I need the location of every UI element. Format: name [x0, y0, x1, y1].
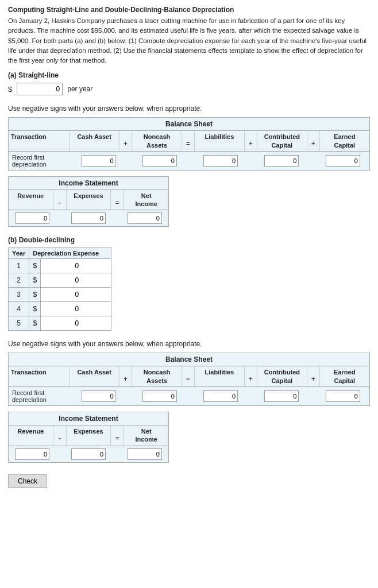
- dd-row-3: 3 $: [9, 288, 111, 302]
- dd-year-1: 1: [9, 259, 29, 273]
- income-statement-1: Income Statement Revenue - Expenses = Ne…: [8, 176, 169, 227]
- problem-text: On January 2, Haskins Company purchases …: [8, 16, 370, 65]
- bs2-row1-noncash[interactable]: [134, 390, 186, 402]
- dd-row-5: 5 $: [9, 316, 111, 331]
- is2-op-minus: -: [53, 425, 67, 446]
- is2-col-revenue: Revenue: [9, 425, 53, 446]
- bs2-liabilities-input[interactable]: [203, 390, 238, 402]
- bs2-col-cash: Cash Asset: [70, 366, 119, 386]
- dd-row-4: 4 $: [9, 302, 111, 316]
- dd-input-cell-3[interactable]: [41, 288, 111, 302]
- is2-col-netincome: NetIncome: [124, 425, 168, 446]
- dd-input-cell-5[interactable]: [41, 316, 111, 331]
- double-declining-table: Year Depreciation Expense 1 $ 2 $ 3 $ 4 …: [8, 247, 111, 331]
- dd-input-cell-4[interactable]: [41, 302, 111, 316]
- is2-netincome-input[interactable]: [128, 448, 162, 460]
- balance-sheet-2: Balance Sheet Transaction Cash Asset + N…: [8, 353, 370, 406]
- is1-col-netincome: NetIncome: [124, 190, 168, 210]
- bs1-row1-liabilities[interactable]: [195, 155, 246, 167]
- is1-revenue-input[interactable]: [15, 212, 49, 224]
- bs1-op-plus3: +: [307, 131, 319, 151]
- bs1-title: Balance Sheet: [9, 118, 369, 131]
- bs1-row1-label: Record first depreciation: [10, 154, 73, 168]
- bs1-row1-earned[interactable]: [317, 155, 368, 167]
- bs1-row-1: Record first depreciation: [9, 152, 369, 170]
- negative-note-2: Use negative signs with your answers bel…: [8, 340, 370, 348]
- bs2-row-1: Record first depreciation: [9, 387, 369, 405]
- is1-netincome-input[interactable]: [128, 212, 162, 224]
- is1-col-expenses: Expenses: [67, 190, 111, 210]
- bs1-row1-contributed[interactable]: [256, 155, 307, 167]
- dd-input-1[interactable]: [44, 261, 79, 271]
- dd-year-5: 5: [9, 316, 29, 331]
- is2-row1-expenses[interactable]: [66, 448, 111, 460]
- dollar-sign-a: $: [8, 85, 12, 94]
- dd-row-2: 2 $: [9, 273, 111, 288]
- dd-dollar-5: $: [29, 316, 41, 331]
- is2-expenses-input[interactable]: [71, 448, 106, 460]
- bs2-op-plus1: +: [119, 366, 132, 386]
- bs1-row1-noncash[interactable]: [134, 155, 186, 167]
- per-year-row: $ per year: [8, 83, 370, 95]
- bs1-col-liabilities: Liabilities: [195, 131, 245, 151]
- check-button[interactable]: Check: [8, 474, 47, 488]
- bs1-col-headers: Transaction Cash Asset + NoncashAssets =…: [9, 131, 369, 152]
- dd-input-cell-2[interactable]: [41, 273, 111, 288]
- bs2-col-noncash: Noncash Assets: [132, 366, 182, 386]
- dd-input-3[interactable]: [44, 289, 79, 300]
- dd-dollar-4: $: [29, 302, 41, 316]
- bs2-col-liabilities: Liabilities: [195, 366, 245, 386]
- is2-row1-netincome[interactable]: [122, 448, 167, 460]
- dd-dollar-1: $: [29, 259, 41, 273]
- bs2-earned-input[interactable]: [326, 390, 360, 402]
- bs2-op-plus2: +: [245, 366, 257, 386]
- is1-row1-netincome[interactable]: [122, 212, 167, 224]
- dd-input-2[interactable]: [44, 275, 79, 285]
- bs1-earned-input[interactable]: [326, 155, 360, 167]
- is1-row1-revenue[interactable]: [10, 212, 55, 224]
- bs1-op-equals: =: [182, 131, 194, 151]
- dd-input-4[interactable]: [44, 304, 79, 314]
- is2-op-equals: =: [111, 425, 124, 446]
- is2-revenue-input[interactable]: [15, 448, 49, 460]
- bs2-row1-earned[interactable]: [317, 390, 368, 402]
- bs1-op-plus1: +: [119, 131, 132, 151]
- bs1-liabilities-input[interactable]: [203, 155, 238, 167]
- dd-col-depr-expense: Depreciation Expense: [29, 248, 111, 259]
- dd-year-2: 2: [9, 273, 29, 288]
- is2-col-headers: Revenue - Expenses = NetIncome: [9, 425, 168, 446]
- bs1-noncash-input[interactable]: [142, 155, 177, 167]
- bs2-row1-liabilities[interactable]: [195, 390, 246, 402]
- is1-expenses-input[interactable]: [71, 212, 106, 224]
- bs2-noncash-input[interactable]: [142, 390, 177, 402]
- bs2-row1-cash[interactable]: [73, 390, 124, 402]
- dd-col-year: Year: [9, 248, 29, 259]
- negative-note-1: Use negative signs with your answers bel…: [8, 105, 370, 113]
- per-year-input[interactable]: [17, 83, 63, 95]
- bs2-cash-input[interactable]: [82, 390, 116, 402]
- bs2-row1-label: Record first depreciation: [10, 389, 73, 403]
- bs1-row1-cash[interactable]: [73, 155, 124, 167]
- bs1-cash-input[interactable]: [82, 155, 116, 167]
- bs2-contributed-input[interactable]: [264, 390, 299, 402]
- bs2-col-contributed: ContributedCapital: [257, 366, 307, 386]
- dd-input-cell-1[interactable]: [41, 259, 111, 273]
- bs2-row1-contributed[interactable]: [256, 390, 307, 402]
- bs1-contributed-input[interactable]: [264, 155, 299, 167]
- is1-col-revenue: Revenue: [9, 190, 53, 210]
- bs2-col-transaction: Transaction: [9, 366, 70, 386]
- dd-dollar-3: $: [29, 288, 41, 302]
- section-a-label: (a) Straight-line: [8, 71, 370, 79]
- per-year-label: per year: [67, 85, 92, 93]
- bs1-col-noncash: NoncashAssets: [132, 131, 182, 151]
- is2-title: Income Statement: [9, 412, 168, 425]
- is1-op-equals: =: [111, 190, 124, 210]
- dd-year-4: 4: [9, 302, 29, 316]
- is2-row1-revenue[interactable]: [10, 448, 55, 460]
- bs1-col-contributed: ContributedCapital: [257, 131, 307, 151]
- is1-row1-expenses[interactable]: [66, 212, 111, 224]
- is1-row-1: [9, 210, 168, 226]
- dd-input-5[interactable]: [44, 318, 79, 328]
- bs2-col-earned: EarnedCapital: [320, 366, 369, 386]
- is1-op-minus: -: [53, 190, 67, 210]
